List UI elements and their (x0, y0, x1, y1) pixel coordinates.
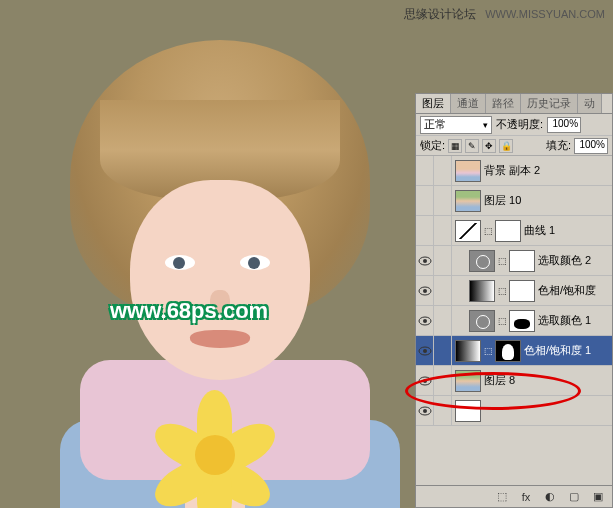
link-col[interactable] (434, 156, 452, 186)
svg-point-11 (423, 409, 427, 413)
visibility-toggle[interactable] (416, 366, 434, 396)
layer-row[interactable] (416, 396, 612, 426)
link-col[interactable] (434, 216, 452, 246)
svg-point-5 (423, 319, 427, 323)
lock-pixels-icon[interactable]: ✎ (465, 139, 479, 153)
fill-value[interactable]: 100% (574, 138, 608, 154)
layer-thumbnail[interactable] (455, 400, 481, 422)
link-col[interactable] (434, 276, 452, 306)
lock-fill-row: 锁定: ▦ ✎ ✥ 🔒 填充: 100% (416, 136, 612, 156)
eye-icon (418, 316, 432, 326)
layer-row[interactable]: ⬚选取颜色 1 (416, 306, 612, 336)
eye-icon (418, 376, 432, 386)
mask-link-icon[interactable]: ⬚ (498, 316, 506, 326)
adjustment-layer-icon[interactable]: ▢ (566, 489, 582, 505)
layers-panel: 图层 通道 路径 历史记录 动 正常 不透明度: 100% 锁定: ▦ ✎ ✥ … (415, 93, 613, 508)
blend-opacity-row: 正常 不透明度: 100% (416, 114, 612, 136)
link-col[interactable] (434, 246, 452, 276)
layer-mask-thumbnail[interactable] (509, 250, 535, 272)
layer-name-label[interactable]: 曲线 1 (524, 223, 555, 238)
layer-thumbnail[interactable] (455, 340, 481, 362)
opacity-label: 不透明度: (496, 117, 543, 132)
svg-point-9 (423, 379, 427, 383)
svg-point-3 (423, 289, 427, 293)
link-col[interactable] (434, 366, 452, 396)
panel-footer: ⬚ fx ◐ ▢ ▣ (416, 485, 612, 507)
layer-name-label[interactable]: 图层 8 (484, 373, 515, 388)
layer-name-label[interactable]: 选取颜色 2 (538, 253, 591, 268)
svg-point-7 (423, 349, 427, 353)
layer-name-label[interactable]: 选取颜色 1 (538, 313, 591, 328)
mask-link-icon[interactable]: ⬚ (498, 256, 506, 266)
layer-list: 背景 副本 2图层 10⬚曲线 1⬚选取颜色 2⬚色相/饱和度⬚选取颜色 1⬚色… (416, 156, 612, 486)
layer-thumbnail[interactable] (455, 160, 481, 182)
layer-thumbnail[interactable] (469, 250, 495, 272)
layer-thumbnail[interactable] (455, 220, 481, 242)
lock-label: 锁定: (420, 138, 445, 153)
layer-name-label[interactable]: 色相/饱和度 1 (524, 343, 591, 358)
layer-row[interactable]: 背景 副本 2 (416, 156, 612, 186)
visibility-toggle[interactable] (416, 396, 434, 426)
layer-name-label[interactable]: 图层 10 (484, 193, 521, 208)
layer-thumbnail[interactable] (455, 370, 481, 392)
visibility-toggle[interactable] (416, 156, 434, 186)
new-group-icon[interactable]: ▣ (590, 489, 606, 505)
watermark-top: 思缘设计论坛 WWW.MISSYUAN.COM (404, 6, 605, 23)
visibility-toggle[interactable] (416, 276, 434, 306)
eye-icon (418, 406, 432, 416)
layer-effects-icon[interactable]: fx (518, 489, 534, 505)
link-col[interactable] (434, 186, 452, 216)
watermark-center: www.68ps.com (110, 298, 268, 324)
opacity-value[interactable]: 100% (547, 117, 581, 133)
layer-mask-thumbnail[interactable] (495, 220, 521, 242)
watermark-site-url: WWW.MISSYUAN.COM (485, 8, 605, 20)
layer-row[interactable]: ⬚曲线 1 (416, 216, 612, 246)
tab-layers[interactable]: 图层 (416, 94, 451, 113)
layer-row[interactable]: ⬚选取颜色 2 (416, 246, 612, 276)
child-figure (40, 40, 400, 508)
blend-mode-value: 正常 (424, 117, 446, 132)
visibility-toggle[interactable] (416, 186, 434, 216)
layer-thumbnail[interactable] (455, 190, 481, 212)
visibility-toggle[interactable] (416, 306, 434, 336)
layer-name-label[interactable]: 色相/饱和度 (538, 283, 596, 298)
layer-mask-thumbnail[interactable] (509, 310, 535, 332)
eye-icon (418, 346, 432, 356)
layer-mask-thumbnail[interactable] (495, 340, 521, 362)
link-col[interactable] (434, 306, 452, 336)
lock-position-icon[interactable]: ✥ (482, 139, 496, 153)
lock-transparency-icon[interactable]: ▦ (448, 139, 462, 153)
layer-mask-icon[interactable]: ◐ (542, 489, 558, 505)
visibility-toggle[interactable] (416, 246, 434, 276)
layer-mask-thumbnail[interactable] (509, 280, 535, 302)
layer-row[interactable]: ⬚色相/饱和度 1 (416, 336, 612, 366)
mask-link-icon[interactable]: ⬚ (484, 346, 492, 356)
lock-all-icon[interactable]: 🔒 (499, 139, 513, 153)
eye-icon (418, 256, 432, 266)
layer-name-label[interactable]: 背景 副本 2 (484, 163, 540, 178)
watermark-site-name: 思缘设计论坛 (404, 7, 476, 21)
layer-row[interactable]: ⬚色相/饱和度 (416, 276, 612, 306)
link-col[interactable] (434, 336, 452, 366)
blend-mode-select[interactable]: 正常 (420, 116, 492, 134)
link-layers-icon[interactable]: ⬚ (494, 489, 510, 505)
visibility-toggle[interactable] (416, 216, 434, 246)
tab-paths[interactable]: 路径 (486, 94, 521, 113)
tab-actions[interactable]: 动 (578, 94, 602, 113)
panel-tabs: 图层 通道 路径 历史记录 动 (416, 94, 612, 114)
mask-link-icon[interactable]: ⬚ (498, 286, 506, 296)
tab-history[interactable]: 历史记录 (521, 94, 578, 113)
eye-icon (418, 286, 432, 296)
edited-photo (0, 20, 420, 508)
visibility-toggle[interactable] (416, 336, 434, 366)
link-col[interactable] (434, 396, 452, 426)
fill-label: 填充: (546, 138, 571, 153)
layer-thumbnail[interactable] (469, 280, 495, 302)
layer-row[interactable]: 图层 10 (416, 186, 612, 216)
mask-link-icon[interactable]: ⬚ (484, 226, 492, 236)
layer-thumbnail[interactable] (469, 310, 495, 332)
svg-point-1 (423, 259, 427, 263)
layer-row[interactable]: 图层 8 (416, 366, 612, 396)
tab-channels[interactable]: 通道 (451, 94, 486, 113)
